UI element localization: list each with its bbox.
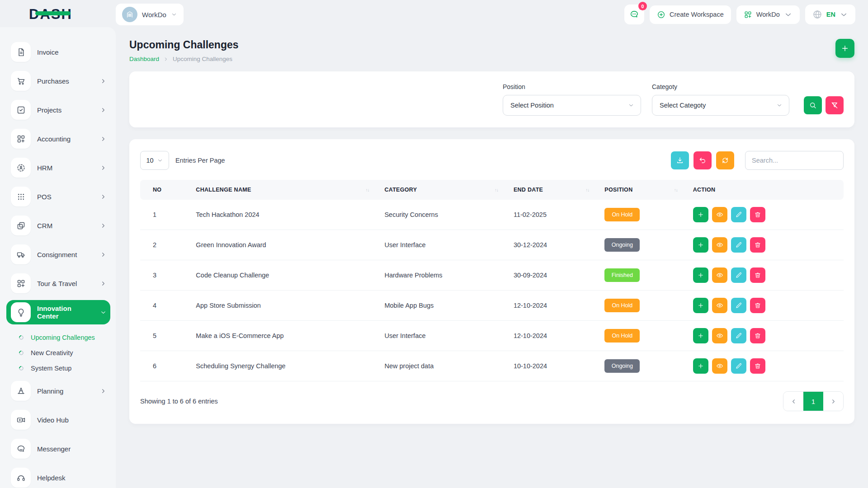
create-challenge-button[interactable]: [835, 39, 854, 58]
workspace-selector[interactable]: WorkDo: [116, 4, 184, 25]
plus-icon: [697, 241, 704, 249]
column-header-challenge-name[interactable]: CHALLENGE NAME↑↓: [190, 180, 379, 200]
status-badge: On Hold: [604, 329, 640, 343]
column-header-end-date[interactable]: END DATE↑↓: [508, 180, 599, 200]
edit-button[interactable]: [731, 207, 746, 222]
category-select[interactable]: Select Categoty: [652, 95, 789, 116]
view-button[interactable]: [712, 328, 727, 343]
entries-per-page-select[interactable]: 10: [140, 151, 169, 170]
cell-end-date: 11-02-2025: [508, 200, 599, 230]
cell-no: 6: [140, 351, 190, 381]
sidebar-item-helpdesk[interactable]: Helpdesk: [6, 465, 110, 488]
innovation-center-submenu: Upcoming Challenges New Creativity Syste…: [6, 329, 110, 379]
pencil-icon: [735, 272, 742, 279]
add-button[interactable]: [693, 328, 708, 343]
breadcrumb-current: Upcoming Challenges: [173, 56, 232, 62]
chevron-down-icon: [157, 157, 163, 164]
refresh-button[interactable]: [716, 151, 734, 169]
chevron-down-icon: [171, 11, 177, 18]
sidebar-item-crm[interactable]: CRM: [6, 213, 110, 238]
sort-icon[interactable]: ↑↓: [495, 188, 503, 192]
delete-button[interactable]: [750, 267, 765, 283]
sidebar-item-tour-travel[interactable]: Tour & Travel: [6, 271, 110, 296]
delete-button[interactable]: [750, 207, 765, 222]
add-button[interactable]: [693, 207, 708, 222]
edit-button[interactable]: [731, 267, 746, 283]
bullet-ring-icon: [18, 365, 24, 371]
sidebar-item-messenger[interactable]: Messenger: [6, 436, 110, 461]
cell-challenge-name: Green Innovation Award: [190, 230, 379, 260]
column-header-action: ACTION: [688, 180, 844, 200]
edit-button[interactable]: [731, 328, 746, 343]
cell-actions: [688, 321, 844, 351]
sidebar-item-consignment[interactable]: Consignment: [6, 242, 110, 267]
language-dropdown[interactable]: EN: [805, 5, 855, 24]
cell-end-date: 12-10-2024: [508, 321, 599, 351]
video-hub-icon: [16, 415, 26, 425]
sidebar-item-innovation-center[interactable]: Innovation Center: [6, 300, 110, 324]
reset-filter-button[interactable]: [826, 96, 844, 114]
view-button[interactable]: [712, 358, 727, 374]
breadcrumb-dashboard-link[interactable]: Dashboard: [129, 56, 159, 62]
delete-button[interactable]: [750, 298, 765, 313]
view-button[interactable]: [712, 237, 727, 253]
chevron-right-icon: [830, 398, 837, 405]
status-badge: On Hold: [604, 299, 640, 312]
column-header-category[interactable]: CATEGORY↑↓: [379, 180, 508, 200]
hrm-icon: [16, 163, 26, 173]
edit-button[interactable]: [731, 298, 746, 313]
apply-filter-button[interactable]: [804, 96, 822, 114]
sidebar-item-planning[interactable]: Planning: [6, 379, 110, 403]
trash-icon: [754, 211, 761, 218]
table-search-input[interactable]: [745, 151, 844, 170]
sort-icon[interactable]: ↑↓: [674, 188, 682, 192]
delete-button[interactable]: [750, 237, 765, 253]
add-button[interactable]: [693, 358, 708, 374]
position-select[interactable]: Select Position: [503, 95, 641, 116]
sidebar-item-pos[interactable]: POS: [6, 184, 110, 209]
table-row: 4 App Store Submission Mobile App Bugs 1…: [140, 291, 844, 321]
add-button[interactable]: [693, 298, 708, 313]
add-button[interactable]: [693, 267, 708, 283]
table-row: 3 Code Cleanup Challenge Hardware Proble…: [140, 260, 844, 291]
view-button[interactable]: [712, 298, 727, 313]
sidebar-item-video-hub[interactable]: Video Hub: [6, 408, 110, 432]
pencil-icon: [735, 241, 742, 249]
add-button[interactable]: [693, 237, 708, 253]
export-button[interactable]: [671, 151, 689, 169]
sidebar-subitem-system-setup[interactable]: System Setup: [16, 361, 110, 376]
sidebar-subitem-upcoming-challenges[interactable]: Upcoming Challenges: [16, 330, 110, 345]
cell-end-date: 30-09-2024: [508, 260, 599, 291]
cell-position: On Hold: [599, 200, 687, 230]
pos-icon: [16, 192, 26, 202]
sidebar-item-hrm[interactable]: HRM: [6, 155, 110, 180]
view-button[interactable]: [712, 207, 727, 222]
page-title: Upcoming Challenges: [129, 39, 239, 51]
sidebar-subitem-new-creativity[interactable]: New Creativity: [16, 345, 110, 361]
sidebar-item-projects[interactable]: Projects: [6, 98, 110, 122]
sidebar-item-invoice[interactable]: Invoice: [6, 40, 110, 64]
grid-icon: [744, 10, 752, 19]
edit-button[interactable]: [731, 237, 746, 253]
pencil-icon: [735, 211, 742, 218]
view-button[interactable]: [712, 267, 727, 283]
column-header-position[interactable]: POSITION↑↓: [599, 180, 687, 200]
position-label: Position: [503, 83, 641, 90]
app-menu-dropdown[interactable]: WorkDo: [736, 5, 800, 24]
create-workspace-button[interactable]: Create Workspace: [650, 5, 731, 24]
messages-button[interactable]: 0: [624, 5, 644, 24]
delete-button[interactable]: [750, 358, 765, 374]
undo-button[interactable]: [693, 151, 712, 169]
cell-end-date: 12-10-2024: [508, 291, 599, 321]
brand-logo[interactable]: DASH: [0, 6, 116, 23]
pagination-prev-button[interactable]: [783, 392, 803, 411]
delete-button[interactable]: [750, 328, 765, 343]
pagination-next-button[interactable]: [823, 392, 843, 411]
cell-category: User Interface: [379, 321, 508, 351]
edit-button[interactable]: [731, 358, 746, 374]
sidebar-item-accounting[interactable]: Accounting: [6, 127, 110, 151]
sort-icon[interactable]: ↑↓: [585, 188, 594, 192]
pagination-page-1[interactable]: 1: [803, 392, 823, 411]
sort-icon[interactable]: ↑↓: [365, 188, 373, 192]
sidebar-item-purchases[interactable]: Purchases: [6, 69, 110, 93]
